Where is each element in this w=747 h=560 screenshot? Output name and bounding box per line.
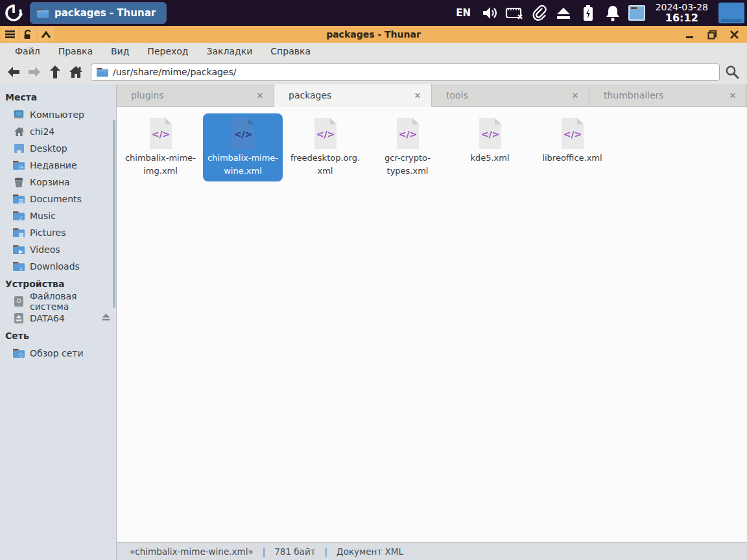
volume-icon[interactable]: [480, 3, 499, 23]
folder-documents-icon: ▤: [13, 194, 25, 204]
sidebar-item-documents[interactable]: ▤Documents: [0, 191, 116, 207]
taskbar-window-button[interactable]: packages - Thunar: [30, 2, 167, 24]
tab-close-icon[interactable]: ✕: [412, 89, 423, 101]
sidebar-item-label: Pictures: [30, 228, 65, 238]
tab-close-icon[interactable]: ✕: [569, 89, 581, 101]
svg-text:♪: ♪: [19, 215, 23, 221]
restore-icon[interactable]: [706, 28, 718, 41]
file-item-chimbalix-mime-wine.xml[interactable]: </>chimbalix-mime-wine.xml: [203, 113, 283, 181]
sidebar-item-корзина[interactable]: Корзина: [0, 174, 116, 191]
sidebar-scrollbar[interactable]: [113, 120, 115, 308]
xml-file-icon: </>: [311, 117, 340, 150]
status-selection: «chimbalix-mime-wine.xml»: [130, 546, 254, 557]
menu-item-5[interactable]: Справка: [262, 44, 319, 58]
folder-videos-icon: ▶: [13, 244, 25, 255]
computer-icon: [13, 110, 25, 120]
home-button[interactable]: [66, 62, 86, 82]
minimize-icon[interactable]: [683, 28, 696, 41]
file-item-freedesktop.org.xml[interactable]: </>freedesktop.org.xml: [285, 113, 365, 181]
file-item-kde5.xml[interactable]: </>kde5.xml: [450, 113, 530, 181]
sidebar-item-label: Music: [30, 211, 56, 221]
xml-file-icon: </>: [229, 117, 257, 150]
sidebar-item-videos[interactable]: ▶Videos: [0, 241, 116, 258]
keyboard-off-icon[interactable]: [505, 3, 523, 23]
main-pane: plugins✕packages✕tools✕thumbnailers✕ </>…: [117, 84, 747, 560]
tab-tools[interactable]: tools✕: [432, 84, 589, 107]
file-item-chimbalix-mime-img.xml[interactable]: </>chimbalix-mime-img.xml: [121, 113, 200, 181]
file-item-gcr-crypto-types.xml[interactable]: </>gcr-crypto-types.xml: [368, 113, 447, 181]
unlock-icon[interactable]: [19, 27, 36, 41]
up-button[interactable]: [45, 62, 65, 82]
file-label: libreoffice.xml: [542, 152, 602, 165]
menu-item-1[interactable]: Правка: [50, 44, 101, 58]
sidebar-item-label: DATA64: [30, 313, 65, 323]
menu-item-2[interactable]: Вид: [102, 44, 137, 58]
folder-downloads-icon: ↓: [13, 261, 25, 272]
path-bar[interactable]: /usr/share/mime/packages/: [91, 64, 720, 81]
clock-date: 2024-03-28: [656, 3, 708, 12]
svg-text:</>: </>: [233, 129, 252, 139]
window-menu-icon[interactable]: [1, 27, 18, 41]
svg-text:▶: ▶: [19, 248, 23, 255]
file-grid: </>chimbalix-mime-img.xml</>chimbalix-mi…: [117, 107, 747, 542]
removable-drive-icon: [13, 313, 25, 323]
file-item-libreoffice.xml[interactable]: </>libreoffice.xml: [532, 113, 612, 181]
xml-file-icon: </>: [394, 117, 422, 150]
sidebar-item-label: Documents: [30, 194, 82, 204]
rollup-icon[interactable]: [38, 27, 54, 41]
svg-text:</>: </>: [316, 129, 335, 139]
file-label: freedesktop.org.xml: [290, 152, 360, 178]
tab-close-icon[interactable]: ✕: [727, 89, 739, 101]
sidebar-item-pictures[interactable]: ▦Pictures: [0, 224, 116, 241]
taskbar-window-label: packages - Thunar: [54, 7, 156, 19]
search-icon[interactable]: [721, 62, 743, 82]
clock-widget[interactable]: 2024-03-28 16:12: [652, 3, 712, 24]
sidebar-item-label: chi24: [30, 126, 54, 137]
workspace-pager[interactable]: [718, 3, 744, 23]
status-separator: |: [325, 546, 328, 557]
menu-item-4[interactable]: Закладки: [198, 44, 261, 58]
sidebar-item-label: Компьютер: [30, 110, 84, 120]
sidebar-item-downloads[interactable]: ↓Downloads: [0, 258, 116, 275]
file-label: chimbalix-mime-wine.xml: [208, 152, 278, 178]
tab-close-icon[interactable]: ✕: [254, 89, 266, 101]
attachment-icon[interactable]: [530, 3, 548, 23]
sidebar-item-файловая-система[interactable]: Файловая система: [0, 293, 116, 310]
sidebar-item-label: Обзор сети: [30, 348, 84, 358]
svg-text:▦: ▦: [18, 231, 23, 238]
battery-charging-icon[interactable]: [579, 3, 597, 23]
back-button[interactable]: [4, 62, 23, 82]
clock-time: 16:12: [656, 12, 708, 24]
xml-file-icon: </>: [558, 117, 587, 150]
tab-bar: plugins✕packages✕tools✕thumbnailers✕: [117, 84, 747, 107]
sidebar-item-desktop[interactable]: Desktop: [0, 140, 116, 157]
sidebar-item-chi24[interactable]: chi24: [0, 123, 116, 140]
chimbalix-logo-icon[interactable]: [0, 0, 29, 26]
eject-small-icon[interactable]: [101, 313, 111, 323]
notifications-bell-icon[interactable]: [604, 3, 622, 23]
tray-app-icon[interactable]: [628, 5, 645, 21]
menu-item-0[interactable]: Файл: [6, 44, 49, 58]
menu-item-3[interactable]: Переход: [139, 44, 196, 58]
sidebar-section-header: Места: [0, 88, 116, 106]
sidebar-item-label: Корзина: [30, 177, 70, 187]
folder-icon: [37, 8, 49, 18]
sidebar-section-header: Сеть: [0, 327, 116, 345]
tab-thumbnailers[interactable]: thumbnailers✕: [589, 84, 747, 107]
tab-packages[interactable]: packages✕: [274, 84, 432, 107]
forward-button[interactable]: [25, 62, 44, 82]
eject-icon[interactable]: [554, 3, 573, 23]
sidebar-item-label: Downloads: [30, 261, 80, 272]
sidebar-item-обзор-сети[interactable]: ⬡Обзор сети: [0, 345, 116, 362]
window-titlebar[interactable]: packages - Thunar: [0, 26, 747, 43]
sidebar-item-music[interactable]: ♪Music: [0, 207, 116, 224]
svg-text:↓: ↓: [19, 265, 23, 272]
sidebar-item-data64[interactable]: DATA64: [0, 310, 116, 327]
keyboard-layout-indicator[interactable]: EN: [453, 3, 474, 23]
sidebar-item-компьютер[interactable]: Компьютер: [0, 106, 116, 123]
sidebar-item-недавние[interactable]: ◷Недавние: [0, 157, 116, 174]
folder-recent-icon: ◷: [13, 160, 25, 170]
close-icon[interactable]: [728, 28, 741, 41]
status-bar: «chimbalix-mime-wine.xml» | 781 байт | Д…: [117, 542, 747, 560]
tab-plugins[interactable]: plugins✕: [117, 84, 274, 107]
